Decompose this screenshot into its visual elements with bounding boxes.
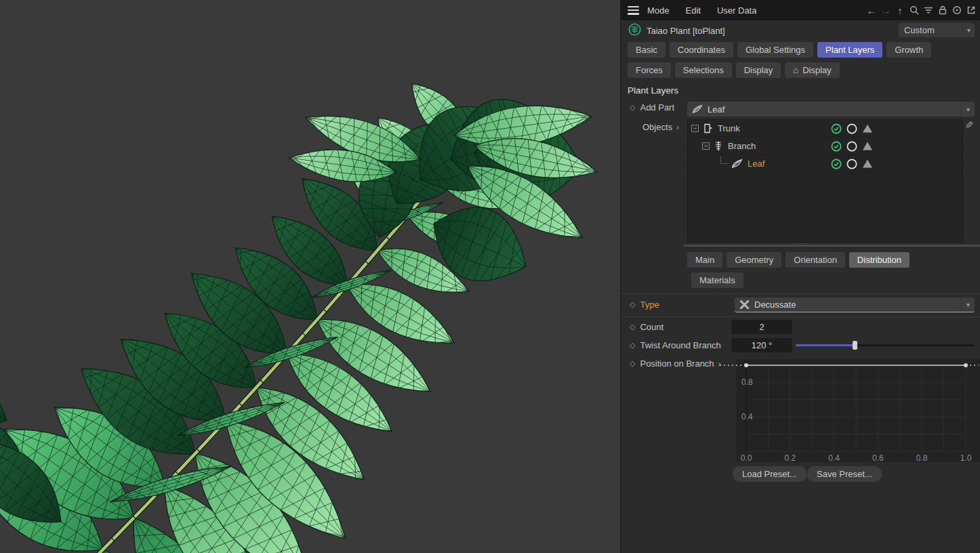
objects-label-group: Objects ›	[642, 122, 679, 132]
twist-input[interactable]: 120 °	[731, 338, 792, 352]
filter-icon[interactable]	[923, 5, 934, 16]
tab-plant-layers[interactable]: Plant Layers	[817, 42, 882, 58]
decussate-icon	[739, 300, 750, 310]
render-triangle-icon[interactable]	[862, 159, 873, 169]
object-title: Taiao Plant [toPlant]	[647, 26, 725, 36]
collapse-icon[interactable]: −	[691, 125, 699, 132]
tab-basic[interactable]: Basic	[628, 42, 666, 58]
svg-text:0.6: 0.6	[872, 453, 884, 463]
tab-global-settings[interactable]: Global Settings	[737, 42, 813, 58]
fern-render	[0, 0, 620, 553]
svg-text:0.8: 0.8	[741, 377, 753, 387]
add-part-value: Leaf	[708, 104, 724, 115]
tab-display[interactable]: Display	[736, 62, 781, 78]
tab-coordinates[interactable]: Coordinates	[670, 42, 733, 58]
hamburger-menu-icon[interactable]	[628, 6, 639, 15]
chevron-right-icon: ›	[718, 359, 721, 369]
tab-display-2[interactable]: ⌂ Display	[785, 62, 839, 78]
menu-user-data[interactable]: User Data	[717, 5, 757, 16]
3d-viewport[interactable]	[0, 0, 620, 553]
tab-growth[interactable]: Growth	[886, 42, 931, 58]
enabled-check-icon[interactable]	[831, 141, 842, 152]
add-part-label-group: ◇ Add Part	[630, 102, 674, 112]
tab-main[interactable]: Main	[687, 252, 722, 268]
visibility-circle-icon[interactable]	[846, 159, 857, 169]
type-label-group: ◇ Type	[630, 300, 659, 310]
leaf-icon	[731, 159, 743, 169]
keyframe-diamond-icon: ◇	[630, 359, 635, 368]
tab-geometry[interactable]: Geometry	[727, 252, 781, 268]
count-input[interactable]: 2	[731, 320, 792, 334]
subtab-row-2: Materials	[691, 272, 743, 288]
keyframe-diamond-icon: ◇	[630, 323, 635, 331]
add-part-label: Add Part	[640, 102, 674, 112]
svg-text:0.4: 0.4	[741, 412, 753, 422]
house-icon: ⌂	[793, 65, 798, 75]
panel-menubar: Mode Edit User Data ← → ↑	[621, 0, 980, 20]
load-preset-button[interactable]: Load Preset...	[733, 466, 807, 482]
tree-row-leaf[interactable]: Leaf	[688, 155, 962, 173]
collapse-icon[interactable]: −	[702, 142, 710, 150]
slider-handle[interactable]	[853, 341, 857, 350]
chevron-down-icon: ▾	[961, 102, 975, 117]
menu-mode[interactable]: Mode	[647, 5, 670, 16]
application-window: Mode Edit User Data ← → ↑	[0, 0, 980, 553]
chevron-right-icon: ›	[676, 123, 679, 132]
branch-icon	[714, 140, 723, 152]
attribute-manager-panel: Mode Edit User Data ← → ↑	[620, 0, 980, 553]
save-preset-button[interactable]: Save Preset...	[807, 466, 882, 482]
tab-orientation[interactable]: Orientation	[785, 252, 845, 268]
svg-text:0.8: 0.8	[916, 453, 928, 463]
tab-row-2: Forces Selections Display ⌂ Display	[628, 62, 840, 78]
trunk-status-icons	[831, 123, 962, 134]
menu-edit[interactable]: Edit	[686, 5, 701, 16]
up-arrow-icon[interactable]: ↑	[895, 5, 905, 16]
section-title: Plant Layers	[628, 85, 678, 96]
lock-icon[interactable]	[937, 5, 948, 16]
chevron-down-icon: ▾	[961, 298, 975, 312]
search-icon[interactable]	[909, 5, 920, 16]
twist-slider[interactable]	[796, 341, 975, 350]
type-dropdown[interactable]: Decussate ▾	[735, 298, 975, 312]
twist-label-group: ◇ Twist Around Branch	[630, 340, 721, 350]
enabled-check-icon[interactable]	[831, 159, 842, 169]
edit-pencil-icon[interactable]: ✎	[965, 119, 974, 131]
preset-dropdown[interactable]: Custom ▾	[899, 23, 975, 37]
twist-label: Twist Around Branch	[640, 340, 720, 350]
keyframe-diamond-icon: ◇	[630, 103, 635, 112]
forward-arrow-icon[interactable]: →	[880, 5, 891, 16]
branch-status-icons	[831, 141, 962, 152]
panel-splitter[interactable]: ......	[621, 243, 980, 248]
tab-forces[interactable]: Forces	[628, 62, 671, 78]
trunk-icon	[703, 123, 713, 134]
enabled-check-icon[interactable]	[831, 123, 842, 134]
tab-selections[interactable]: Selections	[675, 62, 732, 78]
visibility-circle-icon[interactable]	[846, 141, 857, 152]
preset-dropdown-value: Custom	[904, 25, 935, 35]
render-triangle-icon[interactable]	[862, 141, 873, 151]
keyframe-diamond-icon: ◇	[630, 341, 635, 350]
svg-text:0.2: 0.2	[784, 453, 796, 463]
leaf-icon	[692, 104, 703, 114]
visibility-circle-icon[interactable]	[846, 123, 857, 134]
position-label: Position on Branch	[640, 359, 714, 369]
position-label-group: ◇ Position on Branch ›	[630, 359, 721, 369]
add-part-dropdown[interactable]: Leaf ▾	[687, 102, 975, 117]
tree-row-branch[interactable]: − Branch	[688, 138, 962, 155]
render-triangle-icon[interactable]	[862, 123, 873, 134]
popout-icon[interactable]	[966, 5, 977, 16]
svg-text:1.0: 1.0	[960, 453, 972, 463]
back-arrow-icon[interactable]: ←	[866, 5, 877, 16]
count-label-group: ◇ Count	[630, 322, 663, 332]
tab-distribution[interactable]: Distribution	[849, 252, 910, 268]
type-value: Decussate	[754, 300, 796, 310]
objects-label: Objects	[642, 122, 672, 132]
tab-materials[interactable]: Materials	[691, 272, 743, 288]
object-title-row: Taiao Plant [toPlant] Custom ▾	[621, 20, 980, 41]
position-spline-editor[interactable]: 0.00.20.40.60.81.00.40.8	[736, 359, 980, 462]
tree-row-trunk[interactable]: − Trunk	[688, 120, 962, 138]
target-icon[interactable]	[952, 5, 962, 16]
splitter-grip-dots: ......	[621, 239, 980, 245]
menubar-icon-strip: ← → ↑	[866, 5, 980, 16]
subtab-row-1: Main Geometry Orientation Distribution	[687, 252, 910, 268]
